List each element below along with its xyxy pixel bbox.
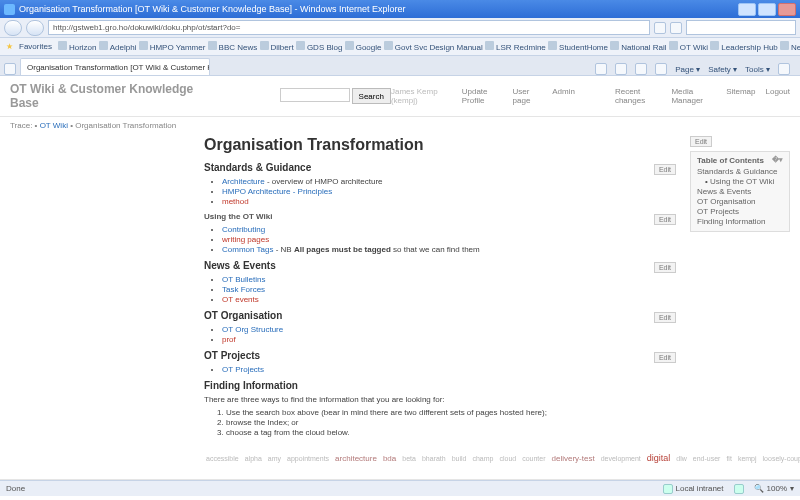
refresh-icon[interactable] [654, 22, 666, 34]
browser-tab-active[interactable]: Organisation Transformation [OT Wiki & C… [20, 58, 210, 75]
link-prof[interactable]: prof [222, 335, 236, 344]
ie-status-bar: Done Local intranet 🔍 100% ▾ [0, 480, 800, 496]
stop-icon[interactable] [670, 22, 682, 34]
toc-item[interactable]: OT Projects [697, 207, 739, 216]
favicon-icon [710, 41, 719, 50]
heading-org: OT Organisation [204, 310, 676, 321]
browser-search-box[interactable] [686, 20, 796, 35]
main-content: Organisation Transformation Edit Standar… [204, 134, 676, 469]
tag[interactable]: accessible [206, 455, 239, 462]
print-icon[interactable] [655, 63, 667, 75]
toc-item[interactable]: Standards & Guidance [697, 167, 778, 176]
tag[interactable]: delivery-test [552, 454, 595, 463]
update-profile-link[interactable]: Update Profile [462, 87, 503, 105]
link-ot-events[interactable]: OT events [222, 295, 259, 304]
tag[interactable]: champ [472, 455, 493, 462]
find-intro: There are three ways to find the informa… [204, 395, 676, 404]
media-manager-link[interactable]: Media Manager [671, 87, 716, 105]
favorite-link[interactable]: HMPO Yammer [139, 43, 206, 52]
tag[interactable]: architecture [335, 454, 377, 463]
cmd-page[interactable]: Page ▾ [675, 65, 700, 74]
favorite-link[interactable]: StudentHome [548, 43, 608, 52]
link-architecture[interactable]: Architecture [222, 177, 265, 186]
page-viewport: OT Wiki & Customer Knowledge Base Search… [0, 76, 800, 480]
link-hmpo-principles[interactable]: HMPO Architecture - Principles [222, 187, 332, 196]
nav-back-button[interactable] [4, 20, 22, 36]
toc-item[interactable]: News & Events [697, 187, 751, 196]
wiki-search-input[interactable] [280, 88, 350, 102]
status-done: Done [6, 484, 25, 493]
status-zone: Local intranet [676, 484, 724, 493]
window-close[interactable] [778, 3, 796, 16]
favorite-link[interactable]: LSR Redmine [485, 43, 546, 52]
window-title: Organisation Transformation [OT Wiki & C… [19, 4, 406, 14]
tag[interactable]: bda [383, 454, 396, 463]
link-ot-bulletins[interactable]: OT Bulletins [222, 275, 265, 284]
tag[interactable]: build [452, 455, 467, 462]
toc-toggle-icon[interactable]: �▾ [772, 156, 783, 165]
tag[interactable]: dlw [676, 455, 687, 462]
edit-section-standards[interactable]: Edit [654, 164, 676, 175]
toc-item[interactable]: Using the OT Wiki [710, 177, 774, 186]
favorite-link[interactable]: Horizon [58, 43, 97, 52]
favorite-link[interactable]: National Rail [610, 43, 666, 52]
edit-section-proj[interactable]: Edit [654, 352, 676, 363]
favorite-link[interactable]: New Tab [780, 43, 800, 52]
tag[interactable]: appointments [287, 455, 329, 462]
tag[interactable]: bharath [422, 455, 446, 462]
page-title: Organisation Transformation [204, 136, 676, 154]
admin-link[interactable]: Admin [552, 87, 575, 105]
link-task-forces[interactable]: Task Forces [222, 285, 265, 294]
favorite-link[interactable]: Dilbert [260, 43, 294, 52]
tag[interactable]: amy [268, 455, 281, 462]
favorite-link[interactable]: Adelphi [99, 43, 137, 52]
favorite-link[interactable]: GDS Blog [296, 43, 343, 52]
toc-title: Table of Contents [697, 156, 764, 165]
link-common-tags[interactable]: Common Tags [222, 245, 273, 254]
cmd-tools[interactable]: Tools ▾ [745, 65, 770, 74]
window-maximize[interactable] [758, 3, 776, 16]
site-title: OT Wiki & Customer Knowledge Base [10, 82, 200, 110]
mail-icon[interactable] [635, 63, 647, 75]
tag[interactable]: beta [402, 455, 416, 462]
favorites-button-icon[interactable] [4, 63, 16, 75]
link-writing-pages[interactable]: writing pages [222, 235, 269, 244]
sitemap-link[interactable]: Sitemap [726, 87, 755, 105]
feeds-icon[interactable] [615, 63, 627, 75]
cmd-safety[interactable]: Safety ▾ [708, 65, 737, 74]
heading-news: News & Events [204, 260, 676, 271]
favorite-link[interactable]: OT Wiki [669, 43, 708, 52]
edit-section-news[interactable]: Edit [654, 262, 676, 273]
user-page-link[interactable]: User page [513, 87, 543, 105]
edit-section-using[interactable]: Edit [654, 214, 676, 225]
favorites-star-icon[interactable]: ★ [6, 42, 13, 51]
recent-changes-link[interactable]: Recent changes [615, 87, 662, 105]
nav-forward-button[interactable] [26, 20, 44, 36]
tag[interactable]: digital [647, 453, 671, 463]
home-icon[interactable] [595, 63, 607, 75]
favorite-link[interactable]: Leadership Hub [710, 43, 777, 52]
link-ot-projects[interactable]: OT Projects [222, 365, 264, 374]
toc-item[interactable]: OT Organisation [697, 197, 756, 206]
tag[interactable]: development [601, 455, 641, 462]
edit-page-button[interactable]: Edit [690, 136, 712, 147]
breadcrumb-otwiki[interactable]: OT Wiki [40, 121, 68, 130]
favorite-link[interactable]: Govt Svc Design Manual [384, 43, 483, 52]
wiki-search-button[interactable]: Search [352, 88, 391, 104]
window-minimize[interactable] [738, 3, 756, 16]
link-ot-org-structure[interactable]: OT Org Structure [222, 325, 283, 334]
favorite-link[interactable]: Google [345, 43, 382, 52]
tag[interactable]: cloud [499, 455, 516, 462]
favorite-link[interactable]: BBC News [208, 43, 258, 52]
logout-link[interactable]: Logout [766, 87, 790, 105]
toc-item[interactable]: Finding Information [697, 217, 765, 226]
tag[interactable]: alpha [245, 455, 262, 462]
tag[interactable]: counter [522, 455, 545, 462]
favicon-icon [139, 41, 148, 50]
address-bar[interactable]: http://gstweb1.gro.ho/dokuwiki/doku.php/… [48, 20, 650, 35]
link-method[interactable]: method [222, 197, 249, 206]
help-icon[interactable] [778, 63, 790, 75]
link-contributing[interactable]: Contributing [222, 225, 265, 234]
edit-section-org[interactable]: Edit [654, 312, 676, 323]
status-zoom[interactable]: 🔍 100% ▾ [754, 484, 794, 493]
